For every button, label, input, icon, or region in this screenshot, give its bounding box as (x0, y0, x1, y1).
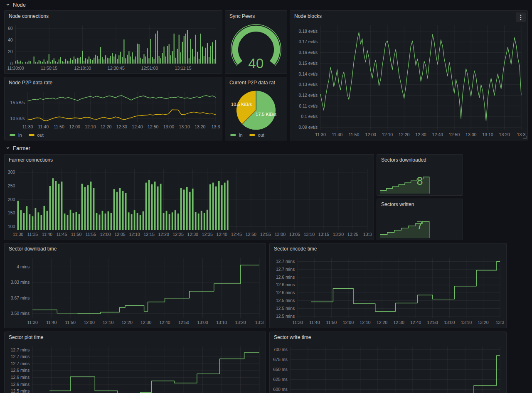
svg-text:150: 150 (8, 210, 15, 215)
svg-text:0.13 evt/s: 0.13 evt/s (298, 82, 318, 87)
svg-text:700 ms: 700 ms (273, 347, 287, 352)
svg-text:12:10: 12:10 (382, 132, 393, 137)
node-blocks-chart[interactable]: 11:3011:4011:5012:0012:1012:2012:3012:40… (291, 22, 526, 139)
svg-text:13:3: 13:3 (255, 320, 264, 325)
panel-title[interactable]: Sector encode time (270, 243, 495, 254)
panel-current-p2p-data-rate: Current P2P data rate 17.5 KiB/s10.5 KiB… (225, 77, 287, 140)
svg-text:11:30: 11:30 (292, 320, 303, 325)
svg-text:20: 20 (8, 49, 13, 54)
svg-text:12:30: 12:30 (393, 320, 404, 325)
svg-text:12:50: 12:50 (246, 232, 256, 237)
panel-title[interactable]: Sector download time (5, 243, 254, 254)
sector-write-time-chart[interactable]: 11:3011:4011:5012:0012:1012:2012:3012:40… (271, 343, 505, 393)
svg-text:200: 200 (8, 197, 15, 202)
panel-node-connections: Node connections 11:30:0011:50:1512:10:3… (4, 10, 222, 74)
svg-text:11:55: 11:55 (86, 232, 96, 237)
svg-text:13:00: 13:00 (163, 124, 174, 129)
svg-text:650 ms: 650 ms (273, 367, 287, 372)
section-header-node[interactable]: Node (6, 1, 26, 8)
panel-title[interactable]: Sector plot time (5, 332, 254, 343)
svg-text:11:50: 11:50 (326, 320, 337, 325)
svg-text:13:25: 13:25 (347, 232, 358, 237)
svg-text:13:11:15: 13:11:15 (175, 66, 191, 71)
legend-item-in[interactable]: in (230, 133, 243, 138)
sector-plot-time-chart[interactable]: 11:3011:4011:5012:0012:1012:2012:3012:40… (6, 343, 264, 393)
svg-text:13:20: 13:20 (333, 232, 344, 237)
svg-text:13:05: 13:05 (289, 232, 300, 237)
svg-text:3.83 mins: 3.83 mins (11, 280, 30, 285)
sector-encode-time-chart[interactable]: 11:3011:4011:5012:0012:1012:2012:3012:40… (271, 254, 505, 327)
section-label: Farmer (13, 145, 30, 151)
legend-swatch (29, 134, 34, 136)
svg-text:12.6 mins: 12.6 mins (11, 382, 30, 387)
svg-text:13:10: 13:10 (304, 232, 315, 237)
panel-title[interactable]: Sectors written (377, 199, 451, 210)
svg-text:12:35: 12:35 (202, 232, 213, 237)
sector-download-time-chart[interactable]: 11:3011:4011:5012:0012:1012:2012:3012:40… (6, 254, 264, 327)
svg-text:11:30: 11:30 (315, 132, 326, 137)
legend: in out (230, 132, 264, 138)
svg-text:100: 100 (8, 224, 15, 229)
chevron-down-icon (6, 2, 10, 7)
legend-item-out[interactable]: out (249, 133, 264, 138)
svg-text:0.11 evt/s: 0.11 evt/s (299, 103, 318, 108)
panel-title[interactable]: Farmer connections (5, 155, 362, 165)
svg-text:12.6 mins: 12.6 mins (276, 282, 295, 287)
panel-sector-download-time: Sector download time 11:3011:4011:5012:0… (4, 243, 266, 328)
svg-text:12.7 mins: 12.7 mins (11, 354, 30, 359)
panel-title[interactable]: Node P2P data rate (5, 77, 210, 88)
svg-text:12.7 mins: 12.7 mins (11, 347, 30, 352)
svg-text:12:45: 12:45 (231, 232, 242, 237)
panel-sectors-downloaded: Sectors downloaded 8 (377, 154, 463, 196)
svg-text:13:3: 13:3 (363, 232, 372, 237)
panel-title[interactable]: Sectors downloaded (377, 155, 451, 165)
svg-text:0.16 evt/s: 0.16 evt/s (298, 50, 318, 55)
svg-text:12.7 mins: 12.7 mins (11, 361, 30, 366)
node-connections-chart[interactable]: 11:30:0011:50:1512:10:3012:30:4512:51:00… (6, 22, 221, 72)
svg-text:12:25: 12:25 (173, 232, 184, 237)
svg-text:12:50: 12:50 (148, 124, 158, 129)
svg-text:250: 250 (8, 183, 15, 188)
section-header-farmer[interactable]: Farmer (6, 144, 30, 152)
svg-text:13:20: 13:20 (235, 320, 246, 325)
panel-resize-handle[interactable] (523, 136, 527, 139)
stat-value: 8 (378, 175, 461, 188)
svg-text:12:40: 12:40 (159, 320, 170, 325)
svg-text:3.67 mins: 3.67 mins (11, 295, 30, 300)
svg-text:4 mins: 4 mins (17, 264, 30, 269)
panel-menu-button[interactable] (516, 12, 526, 22)
svg-text:625 ms: 625 ms (273, 377, 287, 382)
panel-title[interactable]: Current P2P data rate (225, 77, 275, 88)
legend-item-out[interactable]: out (29, 133, 44, 138)
panel-title[interactable]: Node blocks (290, 11, 516, 22)
kebab-menu-icon (520, 15, 522, 20)
svg-text:13:10: 13:10 (179, 124, 190, 129)
svg-text:11:50:15: 11:50:15 (41, 66, 57, 71)
svg-text:11:40: 11:40 (46, 320, 57, 325)
legend-item-in[interactable]: in (10, 133, 22, 138)
panel-sync-peers: Sync Peers 40 (225, 10, 287, 74)
svg-text:12:20: 12:20 (121, 320, 132, 325)
svg-text:12:30: 12:30 (116, 124, 127, 129)
svg-text:12:51:00: 12:51:00 (141, 66, 158, 71)
current-p2p-pie-chart[interactable]: 17.5 KiB/s10.5 KiB/s (227, 88, 286, 131)
svg-text:17.5 KiB/s: 17.5 KiB/s (256, 112, 277, 117)
legend-label: in (18, 133, 22, 138)
svg-text:12:10: 12:10 (85, 124, 96, 129)
svg-text:11:30:00: 11:30:00 (7, 66, 24, 71)
svg-text:12:20: 12:20 (158, 232, 169, 237)
panel-title[interactable]: Sync Peers (225, 11, 275, 22)
svg-text:13:00: 13:00 (197, 320, 208, 325)
svg-text:12:40: 12:40 (132, 124, 143, 129)
svg-text:12:00: 12:00 (84, 320, 95, 325)
svg-text:12:00: 12:00 (69, 124, 80, 129)
svg-text:12:10: 12:10 (129, 232, 140, 237)
svg-text:13:10: 13:10 (216, 320, 227, 325)
panel-title[interactable]: Sector write time (270, 332, 495, 343)
svg-text:12:00: 12:00 (343, 320, 354, 325)
node-p2p-chart[interactable]: 11:3011:4011:5012:0012:1012:2012:3012:40… (6, 88, 221, 131)
svg-text:10 kB/s: 10 kB/s (10, 116, 25, 121)
panel-title[interactable]: Node connections (5, 11, 210, 22)
farmer-connections-chart[interactable]: 11:3011:3511:4011:4511:5011:5512:0012:05… (6, 165, 372, 238)
svg-text:12:00: 12:00 (365, 132, 376, 137)
